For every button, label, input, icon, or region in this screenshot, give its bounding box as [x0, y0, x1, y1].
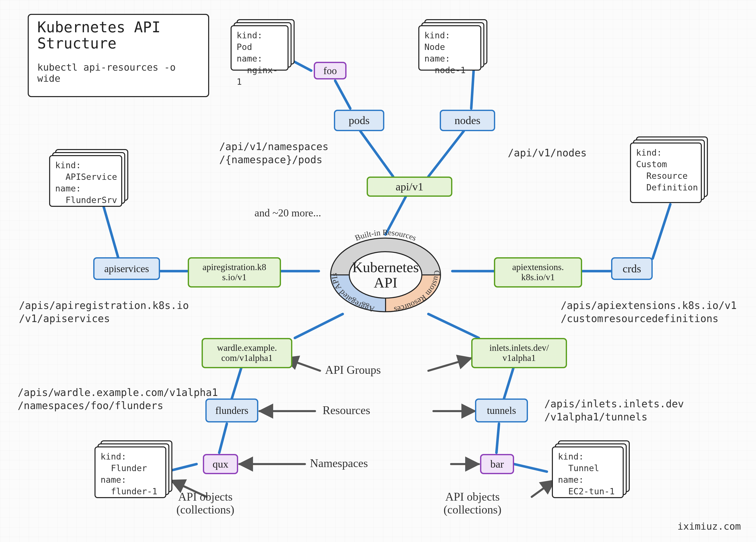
note-more: and ~20 more...: [255, 207, 321, 219]
path-tunnels: /apis/inlets.inlets.dev /v1alpha1/tunnel…: [544, 397, 684, 424]
svg-line-17: [504, 366, 514, 399]
svg-line-15: [219, 424, 227, 453]
svg-line-11: [653, 204, 670, 258]
group-inlets: inlets.inlets.dev/ v1alpha1: [471, 338, 567, 368]
obj-pod: kind: Podname: nginx-1: [231, 25, 289, 71]
ns-qux: qux: [203, 454, 238, 474]
resource-apiservices: apiservices: [93, 257, 160, 280]
svg-line-1: [360, 131, 393, 176]
ns-foo: foo: [314, 62, 347, 79]
path-nodes: /api/v1/nodes: [508, 146, 587, 159]
svg-line-5: [471, 68, 474, 108]
svg-line-2: [428, 131, 464, 176]
title-cmd: kubectl api-resources -o wide: [37, 62, 200, 84]
legend-objects-r: API objects (collections): [444, 491, 501, 516]
legend-apigroups: API Groups: [325, 363, 381, 377]
group-apiext: apiextensions. k8s.io/v1: [494, 257, 582, 288]
title-text: Kubernetes API Structure: [37, 19, 200, 52]
ring-center-label: Kubernetes API: [350, 260, 421, 291]
path-crds: /apis/apiextensions.k8s.io/v1 /customres…: [561, 299, 737, 325]
obj-apiservice: kind: APIServicename: FlunderSrv: [49, 155, 122, 207]
svg-line-18: [496, 424, 499, 453]
svg-line-19: [514, 464, 547, 472]
resource-nodes: nodes: [440, 110, 495, 131]
legend-resources: Resources: [323, 404, 370, 417]
api-ring: Built-in Resources Aggregated APIs Custo…: [315, 227, 456, 325]
path-flunders: /apis/wardle.example.com/v1alpha1 /names…: [18, 386, 218, 412]
svg-line-14: [232, 366, 242, 399]
legend-namespaces: Namespaces: [310, 457, 368, 470]
resource-crds: crds: [611, 257, 653, 280]
obj-flunder: kind: Flundername: flunder-1: [95, 446, 166, 498]
path-pods: /api/v1/namespaces /{namespace}/pods: [219, 140, 328, 166]
group-wardle: wardle.example. com/v1alpha1: [202, 338, 292, 368]
obj-crd: kind:Custom Resource Definition: [630, 142, 702, 203]
resource-tunnels: tunnels: [475, 399, 528, 423]
group-apireg: apiregistration.k8 s.io/v1: [188, 257, 281, 288]
svg-line-8: [103, 205, 118, 258]
obj-node: kind: Nodename: node-1: [418, 25, 481, 71]
ns-bar: bar: [480, 454, 514, 474]
svg-line-27: [532, 480, 554, 497]
title-box: Kubernetes API Structure kubectl api-res…: [28, 14, 209, 97]
path-apiservices: /apis/apiregistration.k8s.io /v1/apiserv…: [19, 299, 189, 325]
obj-tunnel: kind: Tunnelname: EC2-tun-1: [552, 446, 624, 498]
resource-pods: pods: [334, 110, 384, 131]
group-core: api/v1: [367, 176, 452, 197]
credit: iximiuz.com: [677, 521, 741, 532]
legend-objects-l: API objects (collections): [176, 491, 234, 516]
svg-line-3: [335, 81, 350, 108]
svg-line-21: [428, 358, 471, 371]
